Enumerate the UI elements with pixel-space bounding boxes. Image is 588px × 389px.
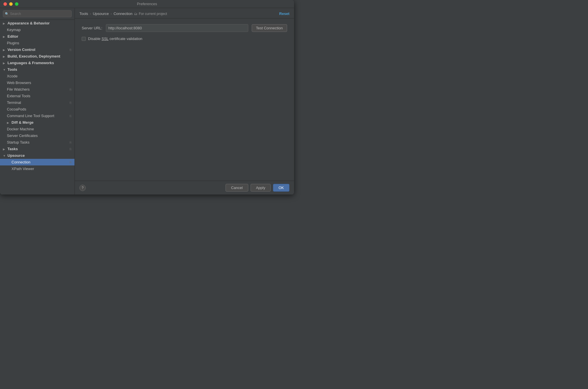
sidebar-item-cocoapods[interactable]: CocoaPods [0, 106, 75, 112]
sidebar-item-label-keymap: Keymap [7, 28, 21, 32]
sidebar-item-tools[interactable]: Tools [0, 66, 75, 73]
footer: ? Cancel Apply OK [75, 181, 294, 194]
copy-icon-terminal: ⎘ [70, 101, 72, 104]
breadcrumb-project: 🗂 For current project [134, 12, 167, 16]
sidebar-item-startup-tasks[interactable]: Startup Tasks⎘ [0, 139, 75, 146]
upsource-arrow-icon [3, 154, 6, 157]
sidebar-item-languages[interactable]: Languages & Frameworks [0, 60, 75, 66]
sidebar-item-label-web-browsers: Web Browsers [7, 81, 31, 85]
sidebar-item-connection[interactable]: Connection⎘ [0, 159, 75, 165]
ssl-label: Disable SSL certificate validation [88, 37, 142, 41]
sidebar-item-label-terminal: Terminal [7, 100, 21, 105]
sidebar-item-xpath-viewer[interactable]: XPath Viewer [0, 165, 75, 172]
content-area: Tools › Upsource › Connection 🗂 For curr… [75, 8, 294, 194]
sidebar-item-label-external-tools: External Tools [7, 94, 30, 98]
sidebar-item-label-editor: Editor [7, 34, 18, 39]
project-label: For current project [139, 12, 167, 16]
build-arrow-icon [3, 55, 6, 58]
sidebar-item-label-build: Build, Execution, Deployment [7, 54, 60, 58]
copy-icon-startup-tasks: ⎘ [70, 141, 72, 144]
sidebar-item-keymap[interactable]: Keymap [0, 26, 75, 33]
close-button[interactable] [3, 2, 7, 6]
content-header: Tools › Upsource › Connection 🗂 For curr… [75, 8, 294, 18]
sidebar-item-label-languages: Languages & Frameworks [7, 61, 54, 65]
sidebar-item-label-upsource: Upsource [7, 153, 25, 158]
copy-icon-connection: ⎘ [70, 161, 72, 164]
sidebar-item-editor[interactable]: Editor [0, 33, 75, 40]
sidebar-item-external-tools[interactable]: External Tools [0, 93, 75, 99]
tools-arrow-icon [3, 68, 6, 71]
tasks-arrow-icon [3, 148, 6, 150]
window-title: Preferences [137, 2, 157, 6]
sidebar: 🔍 Appearance & BehaviorKeymapEditorPlugi… [0, 8, 75, 194]
help-button[interactable]: ? [79, 185, 86, 191]
sidebar-item-label-connection: Connection [12, 160, 30, 164]
maximize-button[interactable] [15, 2, 18, 6]
copy-icon-file-watchers: ⎘ [70, 88, 72, 91]
sidebar-item-docker-machine[interactable]: Docker Machine [0, 126, 75, 132]
sidebar-item-label-xpath-viewer: XPath Viewer [12, 167, 34, 171]
version-control-arrow-icon [3, 48, 6, 51]
ssl-label-pre: Disable [88, 37, 102, 41]
sidebar-item-label-file-watchers: File Watchers [7, 87, 30, 91]
sidebar-item-appearance[interactable]: Appearance & Behavior [0, 20, 75, 26]
diff-merge-arrow-icon [7, 121, 10, 124]
ssl-underline: SSL [102, 37, 108, 41]
appearance-arrow-icon [3, 22, 6, 25]
cancel-button[interactable]: Cancel [226, 184, 248, 192]
window-controls[interactable] [3, 2, 18, 6]
sidebar-item-label-tools: Tools [7, 67, 17, 72]
sidebar-item-label-command-line: Command Line Tool Support [7, 114, 54, 118]
sidebar-item-terminal[interactable]: Terminal⎘ [0, 99, 75, 106]
editor-arrow-icon [3, 35, 6, 38]
sidebar-item-plugins[interactable]: Plugins [0, 40, 75, 46]
sidebar-item-upsource[interactable]: Upsource [0, 152, 75, 159]
server-url-input[interactable] [106, 24, 248, 32]
sidebar-item-label-xcode: Xcode [7, 74, 18, 78]
title-bar: Preferences [0, 0, 294, 8]
ssl-label-post: certificate validation [108, 37, 142, 41]
sidebar-item-label-version-control: Version Control [7, 47, 35, 52]
test-connection-button[interactable]: Test Connection [252, 24, 287, 32]
sidebar-item-diff-merge[interactable]: Diff & Merge [0, 119, 75, 126]
ssl-checkbox[interactable] [82, 37, 86, 41]
sidebar-item-web-browsers[interactable]: Web Browsers [0, 79, 75, 86]
server-url-row: Server URL: Test Connection [82, 24, 287, 32]
sidebar-item-command-line[interactable]: Command Line Tool Support⎘ [0, 112, 75, 119]
content-body: Server URL: Test Connection Disable SSL … [75, 18, 294, 181]
copy-icon-version-control: ⎘ [70, 48, 72, 52]
copy-icon-command-line: ⎘ [70, 114, 72, 118]
sidebar-item-tasks[interactable]: Tasks⎘ [0, 146, 75, 152]
reset-button[interactable]: Reset [279, 12, 289, 16]
sidebar-item-label-server-certificates: Server Certificates [7, 134, 38, 138]
sidebar-item-label-startup-tasks: Startup Tasks [7, 140, 30, 144]
sidebar-item-build[interactable]: Build, Execution, Deployment [0, 53, 75, 60]
search-container: 🔍 [0, 8, 75, 20]
ssl-checkbox-row: Disable SSL certificate validation [82, 37, 287, 41]
sidebar-item-label-docker-machine: Docker Machine [7, 127, 34, 131]
sidebar-item-label-tasks: Tasks [7, 147, 18, 151]
search-icon: 🔍 [5, 12, 9, 16]
minimize-button[interactable] [9, 2, 13, 6]
apply-button[interactable]: Apply [251, 184, 271, 192]
project-icon: 🗂 [134, 12, 138, 16]
breadcrumb-upsource: Upsource [93, 12, 109, 16]
server-url-label: Server URL: [82, 26, 102, 30]
breadcrumb-tools: Tools [79, 12, 88, 16]
copy-icon-tasks: ⎘ [70, 147, 72, 151]
sidebar-nav: Appearance & BehaviorKeymapEditorPlugins… [0, 20, 75, 194]
languages-arrow-icon [3, 62, 6, 64]
sidebar-item-version-control[interactable]: Version Control⎘ [0, 46, 75, 53]
sidebar-item-file-watchers[interactable]: File Watchers⎘ [0, 86, 75, 93]
sidebar-item-server-certificates[interactable]: Server Certificates [0, 132, 75, 139]
breadcrumb-connection: Connection [114, 12, 133, 16]
search-input[interactable] [3, 10, 72, 17]
main-area: 🔍 Appearance & BehaviorKeymapEditorPlugi… [0, 8, 294, 194]
breadcrumb: Tools › Upsource › Connection 🗂 For curr… [79, 12, 167, 16]
sidebar-item-label-appearance: Appearance & Behavior [7, 21, 50, 25]
sidebar-item-label-diff-merge: Diff & Merge [12, 120, 34, 125]
sidebar-item-label-cocoapods: CocoaPods [7, 107, 26, 111]
sidebar-item-xcode[interactable]: Xcode [0, 73, 75, 79]
ok-button[interactable]: OK [273, 184, 289, 192]
sidebar-item-label-plugins: Plugins [7, 41, 19, 45]
